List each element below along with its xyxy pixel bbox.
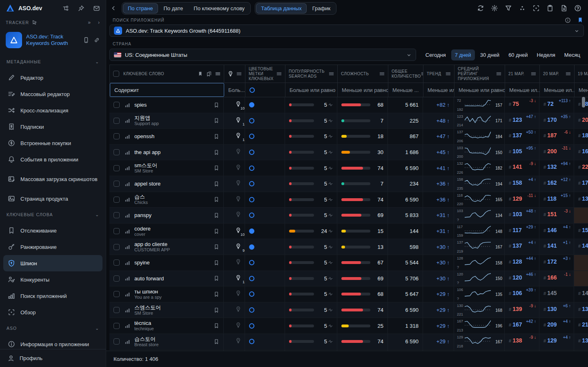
phone-icon[interactable] (83, 37, 89, 43)
period-3[interactable]: 60 дней (505, 49, 531, 60)
bookmark-icon[interactable] (214, 197, 219, 202)
sidebar-item-list-edit[interactable]: Массовый редактор (3, 86, 102, 102)
bookmark-icon[interactable] (214, 244, 219, 250)
sidebar-item-image[interactable]: Страница продукта (3, 190, 102, 207)
row-checkbox[interactable] (114, 149, 120, 155)
menu-icon[interactable] (236, 71, 242, 76)
color-label-circle[interactable] (249, 181, 254, 186)
filter-cell-1[interactable]: Боль... (224, 83, 245, 97)
row-checkbox[interactable] (114, 102, 120, 108)
sidebar-item-key[interactable]: Ранжирование (3, 239, 102, 255)
period-0[interactable]: Сегодня (422, 49, 450, 60)
bookmark-filled-icon[interactable] (577, 17, 583, 23)
menu-icon[interactable] (379, 71, 385, 76)
sidebar-item-bookmark[interactable]: Отслеживание (3, 222, 102, 239)
bookmark-icon[interactable] (214, 165, 219, 171)
sidebar-item-chart-bars[interactable]: Поиск приложений (3, 288, 102, 304)
link-icon[interactable] (94, 37, 100, 43)
collapse-all-icon[interactable]: » (88, 20, 91, 25)
tab-view-1[interactable]: По дате (159, 3, 188, 13)
color-filter-circle[interactable] (249, 87, 255, 93)
menu-icon[interactable] (566, 71, 571, 76)
help-icon[interactable] (574, 4, 581, 12)
bookmark-icon[interactable] (214, 275, 219, 281)
scan-icon[interactable] (532, 4, 540, 12)
row-checkbox[interactable] (114, 244, 120, 250)
row-checkbox[interactable] (114, 291, 120, 297)
row-checkbox[interactable] (114, 197, 120, 203)
color-label-circle[interactable] (249, 339, 254, 344)
bookmark-icon[interactable] (214, 150, 219, 155)
color-label-circle[interactable] (249, 260, 254, 265)
select-all-checkbox[interactable] (113, 71, 119, 77)
row-checkbox[interactable] (114, 118, 120, 124)
back-icon[interactable] (110, 5, 117, 11)
sidebar-item-spy-key[interactable]: Конкуренты (3, 271, 102, 288)
filter-cell-0[interactable]: Содержит (110, 83, 224, 97)
bookmark-icon[interactable] (214, 181, 219, 187)
row-checkbox[interactable] (114, 133, 120, 139)
filter-cell-3[interactable]: Больше или равно (285, 83, 338, 97)
sidebar-item-image-edit[interactable]: Массовая загрузка скриншотов (3, 168, 102, 190)
filter-cell-5[interactable]: Меньше ... (388, 83, 423, 97)
dots-icon[interactable] (519, 4, 526, 12)
gear-icon[interactable] (491, 4, 498, 12)
row-checkbox[interactable] (114, 260, 120, 266)
bookmark-icon[interactable] (214, 307, 219, 313)
bookmark-icon[interactable] (214, 260, 219, 266)
nav-section-header[interactable]: КЛЮЧЕВЫЕ СЛОВА⌄ (3, 207, 102, 222)
bookmark-icon[interactable] (214, 102, 219, 108)
menu-icon[interactable] (445, 71, 451, 76)
color-label-circle[interactable] (249, 323, 254, 329)
color-label-circle[interactable] (249, 291, 254, 297)
color-label-circle[interactable] (249, 228, 254, 234)
period-5[interactable]: Месяц (561, 49, 584, 60)
row-checkbox[interactable] (114, 165, 120, 171)
color-label-circle[interactable] (249, 118, 254, 123)
row-checkbox[interactable] (114, 181, 120, 187)
vertical-scrollbar[interactable] (582, 97, 585, 107)
period-4[interactable]: Неделя (533, 49, 559, 60)
period-1[interactable]: 7 дней (451, 49, 475, 60)
nav-section-header[interactable]: ASO⌄ (3, 320, 102, 336)
menu-icon[interactable] (531, 71, 536, 76)
bookmark-icon[interactable] (214, 213, 219, 218)
bookmark-icon[interactable] (214, 291, 219, 297)
bookmark-icon[interactable] (214, 118, 219, 123)
sidebar-item-dollar[interactable]: Встроенные покупки (3, 135, 102, 151)
bookmark-icon[interactable] (214, 323, 219, 329)
filter-cell-2[interactable] (245, 83, 285, 97)
bookmark-icon[interactable] (214, 134, 219, 139)
filter-cell-9[interactable]: Меньше ил... (540, 83, 575, 97)
sidebar-profile[interactable]: Профиль (0, 349, 106, 367)
filter-cell-10[interactable]: Мен... (575, 83, 588, 97)
tracked-app-card[interactable]: ASO.dev: Track Keywords Growth (0, 29, 106, 52)
menu-icon[interactable] (329, 71, 334, 76)
pin-icon[interactable] (78, 5, 85, 12)
bookmark-icon[interactable] (214, 228, 219, 234)
filter-icon[interactable] (505, 4, 512, 12)
tab-mode-0[interactable]: Таблица данных (256, 3, 307, 13)
sidebar-item-receipt[interactable]: Подписки (3, 119, 102, 135)
period-2[interactable]: 30 дней (477, 49, 503, 60)
app-select[interactable]: ASO.dev: Track Keywords Growth (64459116… (109, 25, 584, 37)
color-label-circle[interactable] (249, 150, 254, 155)
row-checkbox[interactable] (114, 275, 120, 282)
sidebar-item-shield[interactable]: Шпион (3, 255, 102, 271)
color-label-circle[interactable] (249, 213, 254, 218)
row-checkbox[interactable] (114, 307, 120, 313)
nav-section-header[interactable]: МЕТАДАННЫЕ⌄ (3, 54, 102, 69)
color-label-circle[interactable] (249, 307, 254, 313)
filter-cell-6[interactable]: Меньше ил... (423, 83, 454, 97)
sidebar-item-shuffle[interactable]: Кросс-локализация (3, 102, 102, 119)
color-label-circle[interactable] (249, 244, 254, 250)
tab-view-2[interactable]: По ключевому слову (189, 3, 249, 13)
color-label-circle[interactable] (249, 102, 254, 107)
color-label-circle[interactable] (249, 276, 254, 281)
row-checkbox[interactable] (114, 338, 120, 345)
row-checkbox[interactable] (114, 323, 120, 329)
menu-icon[interactable] (496, 71, 501, 76)
color-label-circle[interactable] (249, 134, 254, 139)
refresh-icon[interactable] (477, 4, 484, 12)
filter-cell-8[interactable]: Меньше ил... (505, 83, 540, 97)
